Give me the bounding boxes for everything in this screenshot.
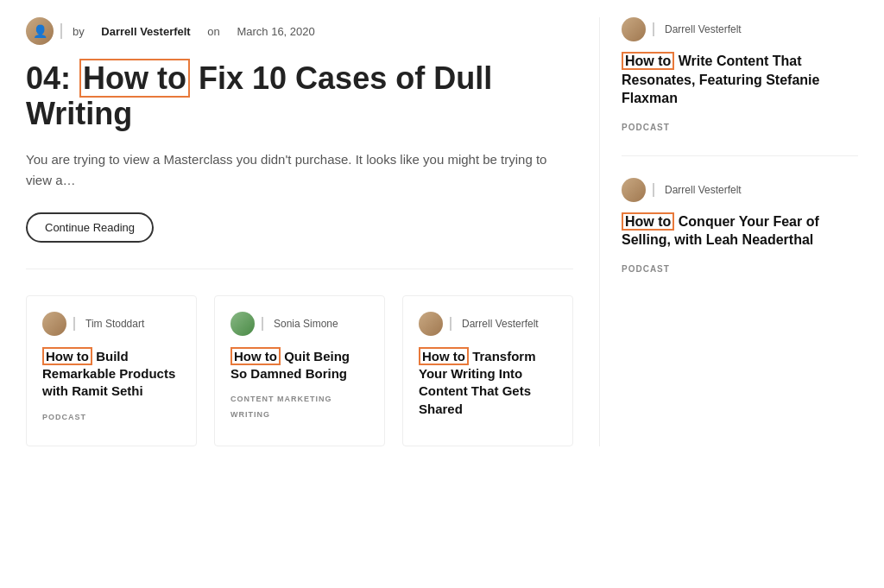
sidebar-title-highlight-2: How to — [622, 212, 674, 231]
card-title-2: How to Quit Being So Damned Boring — [230, 348, 369, 383]
main-article: 👤 by Darrell Vesterfelt on March 16, 202… — [26, 17, 573, 269]
author-avatar-img: 👤 — [26, 17, 54, 45]
card-tag-2-1: WRITING — [230, 410, 270, 419]
card-avatar-3 — [419, 312, 443, 336]
article-excerpt: You are trying to view a Masterclass you… — [26, 149, 573, 191]
sidebar-title-1: How to Write Content That Resonates, Fea… — [622, 52, 858, 108]
card-tag-1-0: PODCAST — [42, 413, 86, 421]
card-author-meta-1: Tim Stoddart — [42, 312, 180, 336]
sidebar-author-name-1: Darrell Vesterfelt — [665, 23, 742, 35]
article-date: March 16, 2020 — [237, 25, 314, 38]
sidebar-author-meta-1: Darrell Vesterfelt — [622, 17, 858, 41]
bottom-card-3: Darrell Vesterfelt How to Transform Your… — [402, 295, 573, 446]
card-divider-3 — [450, 317, 451, 331]
sidebar-avatar-2 — [622, 178, 646, 202]
bottom-cards-section: Tim Stoddart How to Build Remarkable Pro… — [26, 295, 573, 446]
card-author-name-1: Tim Stoddart — [85, 318, 144, 330]
sidebar-card-1: Darrell Vesterfelt How to Write Content … — [622, 17, 858, 156]
page-container: 👤 by Darrell Vesterfelt on March 16, 202… — [0, 0, 884, 464]
on-label: on — [207, 25, 219, 38]
sidebar-title-highlight-1: How to — [622, 52, 674, 70]
divider-line — [60, 23, 62, 39]
article-title-prefix: 04: — [26, 60, 79, 96]
by-label: by — [73, 25, 85, 38]
article-title: 04: How to Fix 10 Cases of Dull Writing — [26, 60, 573, 132]
article-title-highlight: How to — [79, 59, 190, 98]
sidebar-author-name-2: Darrell Vesterfelt — [665, 184, 742, 196]
card-tags-1: PODCAST — [42, 413, 180, 421]
card-tags-2: CONTENT MARKETING WRITING — [230, 395, 369, 419]
bottom-card-1: Tim Stoddart How to Build Remarkable Pro… — [26, 295, 197, 446]
card-divider-1 — [73, 317, 75, 331]
card-author-name-2: Sonia Simone — [274, 318, 338, 330]
sidebar-author-meta-2: Darrell Vesterfelt — [622, 178, 858, 202]
sidebar-avatar-1 — [622, 17, 646, 41]
sidebar-divider-1 — [653, 22, 654, 36]
sidebar-card-2: Darrell Vesterfelt How to Conquer Your F… — [622, 178, 858, 297]
card-tag-2-0: CONTENT MARKETING — [230, 395, 332, 403]
card-author-meta-3: Darrell Vesterfelt — [419, 312, 557, 336]
card-title-1: How to Build Remarkable Products with Ra… — [42, 348, 180, 401]
article-author-meta: 👤 by Darrell Vesterfelt on March 16, 202… — [26, 17, 573, 45]
card-title-highlight-1: How to — [42, 347, 92, 365]
continue-reading-button[interactable]: Continue Reading — [26, 212, 154, 243]
sidebar-title-2: How to Conquer Your Fear of Selling, wit… — [622, 212, 858, 250]
card-title-3: How to Transform Your Writing Into Conte… — [419, 348, 557, 418]
card-avatar-2 — [230, 312, 255, 336]
sidebar-tag-1: PODCAST — [622, 123, 670, 132]
bottom-card-2: Sonia Simone How to Quit Being So Damned… — [214, 295, 385, 446]
article-author-name: Darrell Vesterfelt — [101, 25, 190, 38]
card-avatar-1 — [42, 312, 66, 336]
card-title-highlight-2: How to — [230, 347, 281, 365]
card-divider-2 — [262, 317, 263, 331]
card-author-meta-2: Sonia Simone — [230, 312, 369, 336]
card-title-highlight-3: How to — [419, 347, 469, 365]
sidebar: Darrell Vesterfelt How to Write Content … — [599, 17, 858, 446]
author-avatar: 👤 — [26, 17, 54, 45]
sidebar-tag-2: PODCAST — [622, 264, 670, 274]
sidebar-divider-2 — [653, 183, 654, 197]
card-author-name-3: Darrell Vesterfelt — [462, 318, 539, 330]
